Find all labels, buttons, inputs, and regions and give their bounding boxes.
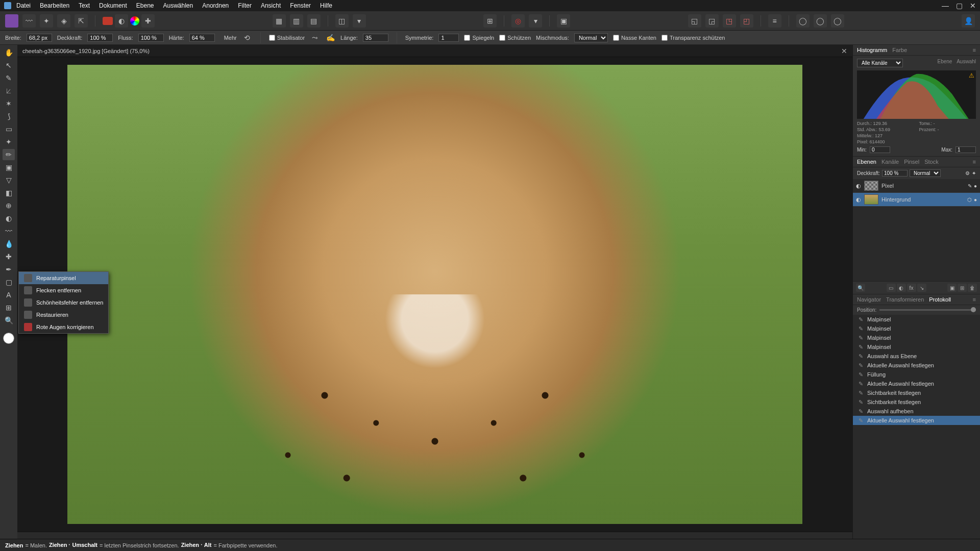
arrange-back-icon[interactable]: ◱ [688, 14, 701, 28]
stabilizer-checkbox[interactable]: Stabilisator [269, 35, 305, 41]
window-minimize-icon[interactable]: — [942, 2, 949, 10]
sphere3-icon[interactable]: ◯ [831, 14, 844, 28]
history-item[interactable]: ✎Aktuelle Auswahl festlegen [853, 361, 980, 370]
marquee-tool-icon[interactable]: ▭ [3, 123, 15, 135]
tab-pinsel[interactable]: Pinsel [904, 159, 919, 165]
lasso-tool-icon[interactable]: ⟆ [3, 111, 15, 122]
target-icon[interactable]: ◎ [511, 14, 525, 28]
dodge-tool-icon[interactable]: ◐ [3, 213, 15, 224]
document-title[interactable]: cheetah-g3635066ee_1920.jpg [Geändert] (… [22, 48, 150, 54]
menu-fenster[interactable]: Fenster [290, 2, 311, 9]
flood-select-tool-icon[interactable]: ✦ [3, 136, 15, 147]
history-menu-icon[interactable]: ≡ [973, 296, 976, 303]
grid2-icon[interactable]: ▥ [290, 14, 303, 28]
menu-datei[interactable]: Datei [16, 2, 31, 9]
assets-icon[interactable]: ⊞ [483, 14, 497, 28]
history-position-slider[interactable]: Position: [853, 305, 980, 315]
history-item[interactable]: ✎Malpinsel [853, 324, 980, 333]
crop-tool-icon[interactable]: ⟀ [3, 85, 15, 96]
layer-show-icon[interactable]: ● [974, 183, 977, 189]
tab-transformieren[interactable]: Transformieren [886, 296, 924, 303]
color-wheel-icon[interactable] [130, 16, 139, 26]
min-input[interactable] [870, 146, 890, 153]
tone-map-persona-icon[interactable]: ◈ [57, 14, 70, 28]
capture-icon[interactable]: ▣ [557, 14, 570, 28]
stab-mode1-icon[interactable]: ⤳ [310, 33, 320, 42]
account-icon[interactable]: 👤 [962, 14, 975, 28]
mirror-checkbox[interactable]: Spiegeln [464, 35, 494, 41]
sphere2-icon[interactable]: ◯ [814, 14, 827, 28]
tab-histogramm[interactable]: Histogramm [857, 47, 887, 53]
history-item[interactable]: ✎Malpinsel [853, 333, 980, 342]
arrange-top-icon[interactable]: ◰ [740, 14, 753, 28]
layers-menu-icon[interactable]: ≡ [973, 159, 976, 165]
grid3-icon[interactable]: ▤ [307, 14, 321, 28]
dropdown2-icon[interactable]: ▾ [529, 14, 542, 28]
pen-tool-icon[interactable]: ✒ [3, 264, 15, 275]
clip-icon[interactable]: ◫ [335, 14, 349, 28]
color-picker-tool-icon[interactable]: ✎ [3, 72, 15, 84]
menu-filter[interactable]: Filter [238, 2, 252, 9]
history-item[interactable]: ✎Füllung [853, 370, 980, 379]
foreground-color-swatch[interactable] [3, 333, 14, 344]
export-persona-icon[interactable]: ⇱ [75, 14, 88, 28]
layer-opacity-input[interactable] [882, 170, 908, 177]
group-icon[interactable]: ▣ [947, 284, 957, 292]
selection-brush-tool-icon[interactable]: ✶ [3, 98, 15, 109]
history-item[interactable]: ✎Aktuelle Auswahl festlegen [853, 379, 980, 388]
layer-row-pixel[interactable]: ◐ Pixel ✎● [853, 179, 980, 193]
horizontal-scrollbar[interactable] [17, 532, 852, 539]
sphere1-icon[interactable]: ◯ [796, 14, 810, 28]
move-tool-icon[interactable]: ↖ [3, 60, 15, 71]
flyout-inpaint[interactable]: Restaurieren [19, 309, 108, 321]
reset-brush-icon[interactable]: ⟲ [242, 33, 252, 42]
gradient-tool-icon[interactable]: ▽ [3, 174, 15, 186]
window-maximize-icon[interactable]: ▢ [956, 2, 963, 10]
window-close-icon[interactable]: ✕ [970, 2, 976, 10]
clone-tool-icon[interactable]: ⊕ [3, 200, 15, 211]
menu-ebene[interactable]: Ebene [136, 2, 154, 9]
tab-stock[interactable]: Stock [924, 159, 939, 165]
history-item[interactable]: ✎Malpinsel [853, 315, 980, 324]
length-input[interactable] [363, 34, 388, 42]
width-input[interactable] [27, 34, 52, 42]
fx-icon[interactable]: fx [907, 284, 916, 292]
tab-kanaele[interactable]: Kanäle [881, 159, 899, 165]
history-item[interactable]: ✎Malpinsel [853, 342, 980, 352]
protect-checkbox[interactable]: Schützen [499, 35, 531, 41]
layer-show-icon[interactable]: ● [974, 197, 977, 203]
tab-protokoll[interactable]: Protokoll [929, 296, 951, 303]
menu-bearbeiten[interactable]: Bearbeiten [40, 2, 69, 9]
histogram-scope-ebene[interactable]: Ebene [937, 59, 952, 64]
more-button[interactable]: Mehr [224, 35, 237, 41]
picker-icon[interactable]: ✚ [141, 14, 155, 28]
layer-fx-icon[interactable]: ✦ [972, 170, 976, 176]
history-item[interactable]: ✎Sichtbarkeit festlegen [853, 388, 980, 397]
mesh-tool-icon[interactable]: ⊞ [3, 302, 15, 313]
swatch-red-icon[interactable] [103, 17, 113, 25]
shape-tool-icon[interactable]: ▢ [3, 277, 15, 288]
eraser-tool-icon[interactable]: ◧ [3, 187, 15, 198]
stab-mode2-icon[interactable]: ✍ [325, 33, 335, 42]
menu-anordnen[interactable]: Anordnen [202, 2, 229, 9]
liquify-persona-icon[interactable]: 〰 [22, 14, 36, 28]
delete-layer-icon[interactable]: 🗑 [968, 284, 977, 292]
develop-persona-icon[interactable]: ✦ [40, 14, 53, 28]
menu-ansicht[interactable]: Ansicht [261, 2, 281, 9]
tab-navigator[interactable]: Navigator [857, 296, 881, 303]
photo-persona-icon[interactable] [5, 14, 18, 28]
fill-tool-icon[interactable]: ▣ [3, 162, 15, 173]
arrange-mid-icon[interactable]: ◲ [705, 14, 719, 28]
clip-icon[interactable]: ↘ [917, 284, 926, 292]
layer-blend-select[interactable]: Normal [910, 169, 941, 177]
layer-gear-icon[interactable]: ⚙ [965, 170, 970, 176]
layer-row-hintergrund[interactable]: ◐ Hintergrund ⬡● [853, 193, 980, 207]
flyout-blemish[interactable]: Schönheitsfehler entfernen [19, 296, 108, 309]
blendmode-select[interactable]: Normal [574, 33, 608, 42]
layer-lock-icon[interactable]: ⬡ [967, 197, 972, 203]
brush-small-icon[interactable]: ◐ [115, 14, 128, 28]
history-item[interactable]: ✎Aktuelle Auswahl festlegen [853, 416, 980, 425]
opacity-input[interactable] [87, 34, 113, 42]
paint-brush-tool-icon[interactable]: ✏ [3, 149, 15, 160]
menu-hilfe[interactable]: Hilfe [320, 2, 332, 9]
